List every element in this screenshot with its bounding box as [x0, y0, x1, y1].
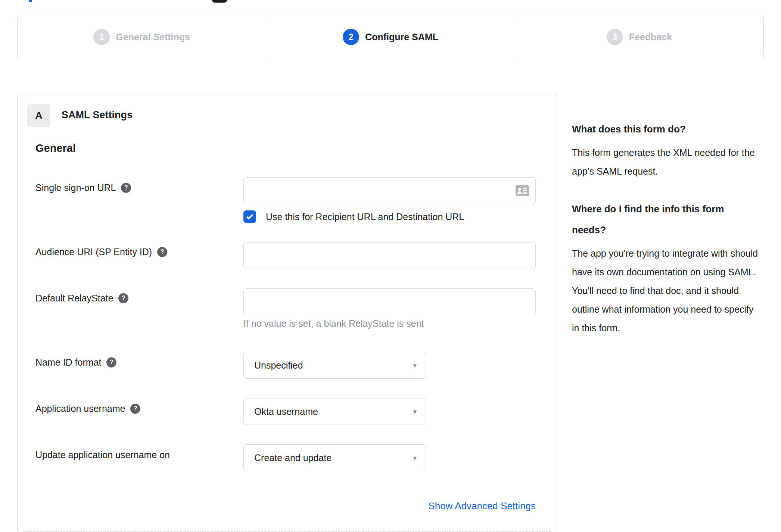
application-username-select[interactable]: Okta username ▾ [243, 398, 426, 425]
chevron-down-icon: ▾ [413, 407, 417, 416]
show-advanced-settings-link[interactable]: Show Advanced Settings [243, 500, 536, 512]
recipient-url-checkbox-label: Use this for Recipient URL and Destinati… [266, 212, 464, 222]
relay-state-helper-text: If no value is set, a blank RelayState i… [243, 318, 424, 329]
audience-uri-input[interactable] [243, 242, 536, 269]
audience-uri-label: Audience URI (SP Entity ID) [35, 247, 152, 257]
help-icon[interactable]: ? [118, 293, 128, 303]
checkmark-icon [246, 213, 253, 219]
step-general-settings[interactable]: 1 General Settings [18, 16, 266, 58]
name-id-format-label: Name ID format [35, 357, 101, 368]
help-body-1: This form generates the XML needed for t… [572, 143, 760, 181]
help-icon[interactable]: ? [106, 357, 116, 367]
general-group-title: General [35, 142, 76, 154]
relay-state-label-row: Default RelayState ? [35, 292, 128, 304]
update-username-select[interactable]: Create and update ▾ [243, 444, 426, 471]
update-username-value: Create and update [254, 453, 332, 463]
help-heading-2: Where do I find the info this form needs… [572, 198, 760, 240]
chevron-down-icon: ▾ [413, 361, 417, 370]
step-3-number-badge: 3 [607, 29, 623, 45]
wizard-stepper: 1 General Settings 2 Configure SAML 3 Fe… [17, 16, 764, 58]
help-icon[interactable]: ? [121, 183, 131, 193]
application-username-label-row: Application username ? [35, 403, 140, 414]
step-feedback[interactable]: 3 Feedback [515, 16, 763, 58]
help-body-2: The app you're trying to integrate with … [572, 244, 760, 337]
help-panel: What does this form do? This form genera… [572, 119, 760, 355]
saml-settings-card: A SAML Settings General Single sign-on U… [17, 94, 557, 532]
step-3-label: Feedback [629, 32, 672, 43]
section-title: SAML Settings [62, 109, 133, 121]
section-a-badge: A [27, 104, 50, 127]
contact-card-icon [516, 185, 529, 196]
application-username-label: Application username [35, 403, 125, 414]
step-2-number-badge: 2 [343, 29, 359, 45]
step-2-label: Configure SAML [365, 32, 438, 43]
step-configure-saml[interactable]: 2 Configure SAML [266, 16, 514, 58]
recipient-url-checkbox[interactable] [243, 210, 256, 223]
help-icon[interactable]: ? [157, 247, 167, 257]
update-username-label-row: Update application username on [35, 449, 170, 461]
sso-url-label-row: Single sign-on URL ? [35, 182, 131, 194]
sso-url-label: Single sign-on URL [35, 182, 116, 193]
clipped-page-title-glyph [212, 0, 227, 3]
name-id-format-label-row: Name ID format ? [35, 356, 116, 368]
step-1-number-badge: 1 [93, 29, 110, 45]
clipped-page-title-accent [29, 0, 32, 2]
sso-url-input[interactable] [243, 177, 536, 204]
chevron-down-icon: ▾ [413, 454, 417, 462]
name-id-format-value: Unspecified [254, 360, 303, 371]
relay-state-input[interactable] [243, 288, 536, 315]
help-icon[interactable]: ? [130, 404, 140, 414]
step-1-label: General Settings [116, 32, 190, 43]
audience-uri-label-row: Audience URI (SP Entity ID) ? [35, 246, 167, 258]
recipient-url-checkbox-row: Use this for Recipient URL and Destinati… [243, 210, 464, 223]
help-heading-1: What does this form do? [572, 119, 760, 140]
update-username-label: Update application username on [35, 450, 170, 460]
relay-state-label: Default RelayState [35, 293, 113, 304]
configure-saml-screen: 1 General Settings 2 Configure SAML 3 Fe… [0, 0, 781, 532]
application-username-value: Okta username [254, 406, 318, 417]
sso-url-input-wrap [243, 177, 536, 204]
name-id-format-select[interactable]: Unspecified ▾ [243, 352, 426, 379]
